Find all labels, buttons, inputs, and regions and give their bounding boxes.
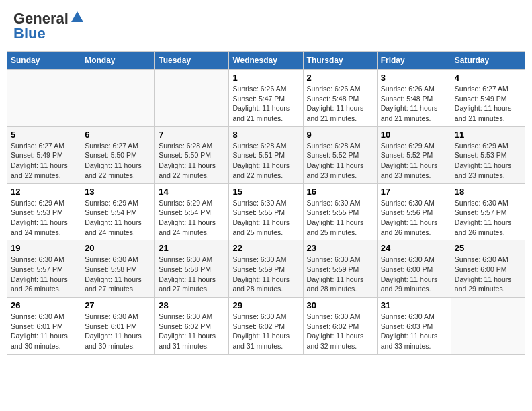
calendar-cell: 1Sunrise: 6:26 AM Sunset: 5:47 PM Daylig… <box>229 70 303 127</box>
day-number: 28 <box>159 300 225 310</box>
day-number: 20 <box>85 243 151 253</box>
weekday-header-wednesday: Wednesday <box>229 52 303 70</box>
day-number: 13 <box>85 187 151 197</box>
calendar-week-row: 26Sunrise: 6:30 AM Sunset: 6:01 PM Dayli… <box>7 298 525 355</box>
calendar-cell: 24Sunrise: 6:30 AM Sunset: 6:00 PM Dayli… <box>377 240 451 298</box>
day-number: 22 <box>232 243 299 253</box>
calendar-cell: 30Sunrise: 6:30 AM Sunset: 6:02 PM Dayli… <box>303 298 377 355</box>
day-info: Sunrise: 6:29 AM Sunset: 5:54 PM Dayligh… <box>85 198 151 238</box>
day-number: 31 <box>381 300 447 310</box>
calendar-cell: 2Sunrise: 6:26 AM Sunset: 5:48 PM Daylig… <box>303 70 377 127</box>
calendar-cell: 26Sunrise: 6:30 AM Sunset: 6:01 PM Dayli… <box>7 298 81 355</box>
day-info: Sunrise: 6:29 AM Sunset: 5:53 PM Dayligh… <box>455 141 521 181</box>
calendar-cell: 18Sunrise: 6:30 AM Sunset: 5:57 PM Dayli… <box>451 183 525 240</box>
calendar-cell: 4Sunrise: 6:27 AM Sunset: 5:49 PM Daylig… <box>451 70 525 127</box>
day-number: 15 <box>232 187 299 197</box>
day-number: 24 <box>381 243 447 253</box>
calendar-cell: 6Sunrise: 6:27 AM Sunset: 5:50 PM Daylig… <box>81 126 155 183</box>
svg-marker-0 <box>71 11 83 22</box>
logo-icon <box>70 10 85 25</box>
day-number: 11 <box>455 130 521 140</box>
calendar-cell <box>451 298 525 355</box>
calendar-cell: 8Sunrise: 6:28 AM Sunset: 5:51 PM Daylig… <box>229 126 303 183</box>
day-number: 6 <box>85 130 151 140</box>
day-number: 19 <box>11 243 77 253</box>
day-info: Sunrise: 6:29 AM Sunset: 5:54 PM Dayligh… <box>159 198 225 238</box>
day-number: 29 <box>232 300 299 310</box>
day-info: Sunrise: 6:26 AM Sunset: 5:48 PM Dayligh… <box>381 84 447 124</box>
day-number: 17 <box>381 187 447 197</box>
day-info: Sunrise: 6:30 AM Sunset: 5:57 PM Dayligh… <box>455 198 521 238</box>
calendar-table: SundayMondayTuesdayWednesdayThursdayFrid… <box>7 51 525 355</box>
day-number: 26 <box>11 300 77 310</box>
weekday-header-row: SundayMondayTuesdayWednesdayThursdayFrid… <box>7 52 525 70</box>
calendar-cell <box>7 70 81 127</box>
page-header: General Blue <box>7 7 525 46</box>
day-number: 2 <box>307 73 373 83</box>
calendar-cell: 27Sunrise: 6:30 AM Sunset: 6:01 PM Dayli… <box>81 298 155 355</box>
day-number: 25 <box>455 243 521 253</box>
day-info: Sunrise: 6:27 AM Sunset: 5:50 PM Dayligh… <box>85 141 151 181</box>
weekday-header-sunday: Sunday <box>7 52 81 70</box>
calendar-cell: 19Sunrise: 6:30 AM Sunset: 5:57 PM Dayli… <box>7 240 81 298</box>
calendar-cell: 5Sunrise: 6:27 AM Sunset: 5:49 PM Daylig… <box>7 126 81 183</box>
calendar-cell: 11Sunrise: 6:29 AM Sunset: 5:53 PM Dayli… <box>451 126 525 183</box>
day-info: Sunrise: 6:29 AM Sunset: 5:53 PM Dayligh… <box>11 198 77 238</box>
day-info: Sunrise: 6:28 AM Sunset: 5:51 PM Dayligh… <box>232 141 299 181</box>
day-number: 9 <box>307 130 373 140</box>
calendar-cell: 3Sunrise: 6:26 AM Sunset: 5:48 PM Daylig… <box>377 70 451 127</box>
day-info: Sunrise: 6:30 AM Sunset: 6:02 PM Dayligh… <box>159 312 225 351</box>
calendar-week-row: 12Sunrise: 6:29 AM Sunset: 5:53 PM Dayli… <box>7 183 525 240</box>
day-info: Sunrise: 6:30 AM Sunset: 5:55 PM Dayligh… <box>232 198 299 238</box>
day-info: Sunrise: 6:30 AM Sunset: 6:02 PM Dayligh… <box>232 312 299 351</box>
day-number: 12 <box>11 187 77 197</box>
day-number: 14 <box>159 187 225 197</box>
calendar-week-row: 1Sunrise: 6:26 AM Sunset: 5:47 PM Daylig… <box>7 70 525 127</box>
calendar-cell: 15Sunrise: 6:30 AM Sunset: 5:55 PM Dayli… <box>229 183 303 240</box>
day-info: Sunrise: 6:30 AM Sunset: 5:56 PM Dayligh… <box>381 198 447 238</box>
day-info: Sunrise: 6:30 AM Sunset: 6:01 PM Dayligh… <box>85 312 151 351</box>
day-info: Sunrise: 6:30 AM Sunset: 5:58 PM Dayligh… <box>159 255 225 294</box>
day-info: Sunrise: 6:30 AM Sunset: 5:59 PM Dayligh… <box>232 255 299 294</box>
calendar-cell: 14Sunrise: 6:29 AM Sunset: 5:54 PM Dayli… <box>155 183 229 240</box>
calendar-cell: 21Sunrise: 6:30 AM Sunset: 5:58 PM Dayli… <box>155 240 229 298</box>
day-number: 5 <box>11 130 77 140</box>
day-info: Sunrise: 6:30 AM Sunset: 6:03 PM Dayligh… <box>381 312 447 351</box>
weekday-header-friday: Friday <box>377 52 451 70</box>
day-info: Sunrise: 6:30 AM Sunset: 6:00 PM Dayligh… <box>381 255 447 294</box>
calendar-cell: 23Sunrise: 6:30 AM Sunset: 5:59 PM Dayli… <box>303 240 377 298</box>
day-info: Sunrise: 6:29 AM Sunset: 5:52 PM Dayligh… <box>381 141 447 181</box>
calendar-cell: 9Sunrise: 6:28 AM Sunset: 5:52 PM Daylig… <box>303 126 377 183</box>
calendar-cell: 7Sunrise: 6:28 AM Sunset: 5:50 PM Daylig… <box>155 126 229 183</box>
day-info: Sunrise: 6:30 AM Sunset: 6:02 PM Dayligh… <box>307 312 373 351</box>
day-info: Sunrise: 6:27 AM Sunset: 5:49 PM Dayligh… <box>11 141 77 181</box>
day-number: 10 <box>381 130 447 140</box>
day-info: Sunrise: 6:26 AM Sunset: 5:48 PM Dayligh… <box>307 84 373 124</box>
day-number: 30 <box>307 300 373 310</box>
calendar-cell <box>155 70 229 127</box>
day-number: 1 <box>232 73 299 83</box>
day-number: 4 <box>455 73 521 83</box>
weekday-header-saturday: Saturday <box>451 52 525 70</box>
calendar-week-row: 5Sunrise: 6:27 AM Sunset: 5:49 PM Daylig… <box>7 126 525 183</box>
day-number: 21 <box>159 243 225 253</box>
day-info: Sunrise: 6:30 AM Sunset: 5:57 PM Dayligh… <box>11 255 77 294</box>
day-info: Sunrise: 6:28 AM Sunset: 5:50 PM Dayligh… <box>159 141 225 181</box>
day-info: Sunrise: 6:30 AM Sunset: 5:55 PM Dayligh… <box>307 198 373 238</box>
calendar-cell: 31Sunrise: 6:30 AM Sunset: 6:03 PM Dayli… <box>377 298 451 355</box>
day-info: Sunrise: 6:30 AM Sunset: 6:01 PM Dayligh… <box>11 312 77 351</box>
day-info: Sunrise: 6:30 AM Sunset: 5:59 PM Dayligh… <box>307 255 373 294</box>
calendar-cell: 10Sunrise: 6:29 AM Sunset: 5:52 PM Dayli… <box>377 126 451 183</box>
day-number: 3 <box>381 73 447 83</box>
day-number: 27 <box>85 300 151 310</box>
weekday-header-tuesday: Tuesday <box>155 52 229 70</box>
calendar-cell: 28Sunrise: 6:30 AM Sunset: 6:02 PM Dayli… <box>155 298 229 355</box>
weekday-header-monday: Monday <box>81 52 155 70</box>
logo: General Blue <box>13 10 85 42</box>
calendar-cell: 22Sunrise: 6:30 AM Sunset: 5:59 PM Dayli… <box>229 240 303 298</box>
calendar-cell: 29Sunrise: 6:30 AM Sunset: 6:02 PM Dayli… <box>229 298 303 355</box>
day-number: 23 <box>307 243 373 253</box>
calendar-week-row: 19Sunrise: 6:30 AM Sunset: 5:57 PM Dayli… <box>7 240 525 298</box>
calendar-cell: 12Sunrise: 6:29 AM Sunset: 5:53 PM Dayli… <box>7 183 81 240</box>
day-info: Sunrise: 6:30 AM Sunset: 6:00 PM Dayligh… <box>455 255 521 294</box>
